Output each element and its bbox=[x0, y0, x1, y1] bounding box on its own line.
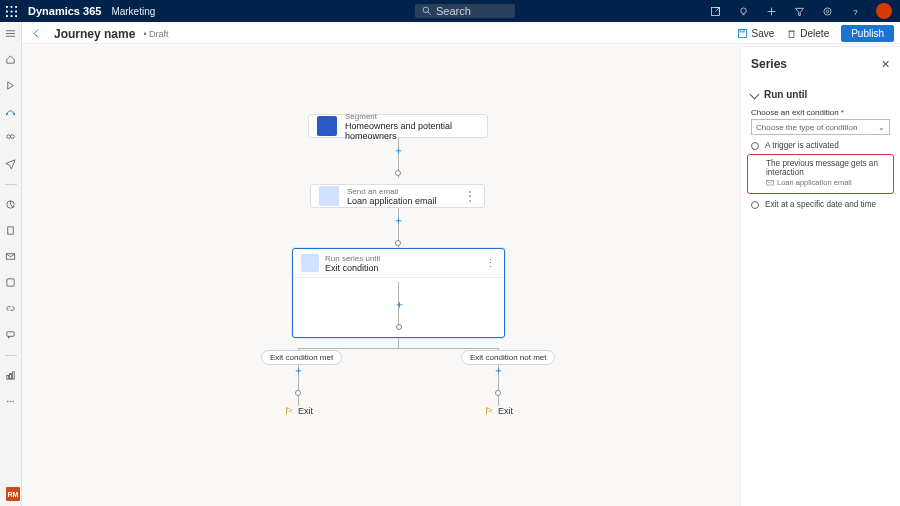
svg-rect-2 bbox=[15, 6, 17, 8]
nav-reports-icon[interactable] bbox=[5, 370, 17, 382]
nav-segments-icon[interactable] bbox=[5, 132, 17, 144]
nav-send-icon[interactable] bbox=[5, 158, 17, 170]
node-menu-icon[interactable]: ⋮ bbox=[485, 257, 496, 270]
email-node[interactable]: Send an email Loan application email ⋮ bbox=[310, 184, 485, 208]
series-icon bbox=[301, 254, 319, 272]
email-icon bbox=[319, 186, 339, 206]
svg-line-10 bbox=[428, 11, 431, 14]
nav-divider bbox=[5, 355, 17, 356]
svg-rect-35 bbox=[9, 374, 11, 380]
series-tag: Run series until bbox=[325, 254, 380, 263]
svg-rect-4 bbox=[10, 10, 12, 12]
svg-rect-1 bbox=[10, 6, 12, 8]
nav-journeys-icon[interactable] bbox=[5, 106, 17, 118]
svg-rect-8 bbox=[15, 15, 17, 17]
back-button[interactable] bbox=[28, 26, 44, 42]
connector bbox=[395, 240, 401, 246]
module-name: Marketing bbox=[111, 6, 155, 17]
svg-rect-42 bbox=[789, 31, 794, 37]
search-icon bbox=[421, 5, 432, 18]
option-interaction-highlight: The previous message gets an interaction… bbox=[747, 154, 894, 194]
publish-button[interactable]: Publish bbox=[841, 25, 894, 42]
search-placeholder: Search bbox=[436, 5, 471, 17]
exit-flag: 🏳Exit bbox=[485, 406, 513, 416]
help-icon[interactable]: ? bbox=[848, 4, 862, 18]
exit-flag: 🏳Exit bbox=[285, 406, 313, 416]
close-icon[interactable]: ✕ bbox=[881, 58, 890, 71]
connector bbox=[396, 324, 402, 330]
svg-point-18 bbox=[823, 7, 830, 14]
email-icon bbox=[766, 179, 774, 187]
svg-point-25 bbox=[5, 113, 7, 115]
page-title: Journey name bbox=[54, 27, 135, 41]
svg-rect-6 bbox=[6, 15, 8, 17]
segment-icon bbox=[317, 116, 337, 136]
series-node[interactable]: Run series until Exit condition ⋮ ＋ bbox=[292, 248, 505, 338]
svg-marker-17 bbox=[795, 8, 803, 15]
panel-title: Series bbox=[751, 57, 787, 71]
svg-text:?: ? bbox=[853, 7, 858, 16]
nav-home-icon[interactable] bbox=[5, 54, 17, 66]
nav-links-icon[interactable] bbox=[5, 303, 17, 315]
chevron-down-icon: ⌄ bbox=[878, 123, 885, 132]
svg-point-39 bbox=[12, 401, 13, 402]
nav-messages-icon[interactable] bbox=[5, 329, 17, 341]
option-trigger[interactable]: A trigger is activated bbox=[751, 141, 890, 150]
lightbulb-icon[interactable] bbox=[736, 4, 750, 18]
svg-rect-3 bbox=[6, 10, 8, 12]
email-name: Loan application email bbox=[347, 196, 437, 206]
option-interaction-sub: Loan application email bbox=[752, 178, 889, 187]
svg-point-13 bbox=[740, 7, 746, 13]
nav-chart-icon[interactable] bbox=[5, 199, 17, 211]
svg-rect-36 bbox=[12, 372, 14, 379]
add-step-button[interactable]: ＋ bbox=[393, 216, 403, 226]
radio-icon bbox=[751, 201, 759, 209]
settings-icon[interactable] bbox=[820, 4, 834, 18]
delete-button[interactable]: Delete bbox=[780, 26, 835, 41]
branch-label-notmet: Exit condition not met bbox=[461, 350, 555, 365]
add-step-button[interactable]: ＋ bbox=[493, 366, 503, 376]
popout-icon[interactable] bbox=[708, 4, 722, 18]
svg-rect-34 bbox=[6, 376, 8, 380]
svg-point-38 bbox=[9, 401, 10, 402]
segment-name: Homeowners and potential homeowners bbox=[345, 121, 487, 141]
svg-point-28 bbox=[10, 135, 14, 139]
filter-icon[interactable] bbox=[792, 4, 806, 18]
segment-tag: Segment bbox=[345, 112, 487, 121]
connector bbox=[295, 390, 301, 396]
node-menu-icon[interactable]: ⋮ bbox=[464, 189, 476, 203]
radio-icon bbox=[751, 142, 759, 150]
connector bbox=[495, 390, 501, 396]
option-interaction[interactable]: The previous message gets an interaction bbox=[752, 159, 889, 177]
nav-forms-icon[interactable] bbox=[5, 277, 17, 289]
avatar[interactable] bbox=[876, 3, 892, 19]
section-run-until[interactable]: Run until bbox=[751, 89, 890, 100]
delete-icon bbox=[786, 28, 797, 39]
plus-icon[interactable] bbox=[764, 4, 778, 18]
nav-email-icon[interactable] bbox=[5, 251, 17, 263]
svg-point-19 bbox=[826, 10, 828, 12]
nav-page-icon[interactable] bbox=[5, 225, 17, 237]
svg-rect-7 bbox=[10, 15, 12, 17]
nav-more-icon[interactable] bbox=[5, 396, 17, 408]
email-tag: Send an email bbox=[347, 187, 437, 196]
add-step-button[interactable]: ＋ bbox=[393, 146, 403, 156]
save-button[interactable]: Save bbox=[731, 26, 780, 41]
svg-point-27 bbox=[6, 135, 10, 139]
svg-rect-33 bbox=[6, 332, 13, 337]
add-step-button[interactable]: ＋ bbox=[394, 300, 404, 310]
series-name: Exit condition bbox=[325, 263, 380, 273]
nav-menu-icon[interactable] bbox=[5, 28, 17, 40]
svg-point-9 bbox=[423, 7, 429, 13]
option-time[interactable]: Exit at a specific date and time bbox=[751, 200, 890, 209]
search-input[interactable]: Search bbox=[415, 4, 515, 18]
app-launcher-icon[interactable] bbox=[0, 0, 22, 22]
svg-rect-32 bbox=[6, 279, 13, 286]
add-step-button[interactable]: ＋ bbox=[293, 366, 303, 376]
exit-condition-select[interactable]: Choose the type of condition ⌄ bbox=[751, 119, 890, 135]
branch-label-met: Exit condition met bbox=[261, 350, 342, 365]
save-icon bbox=[737, 28, 748, 39]
nav-triggers-icon[interactable] bbox=[5, 80, 17, 92]
exit-condition-label: Choose an exit condition * bbox=[751, 108, 890, 117]
svg-rect-5 bbox=[15, 10, 17, 12]
